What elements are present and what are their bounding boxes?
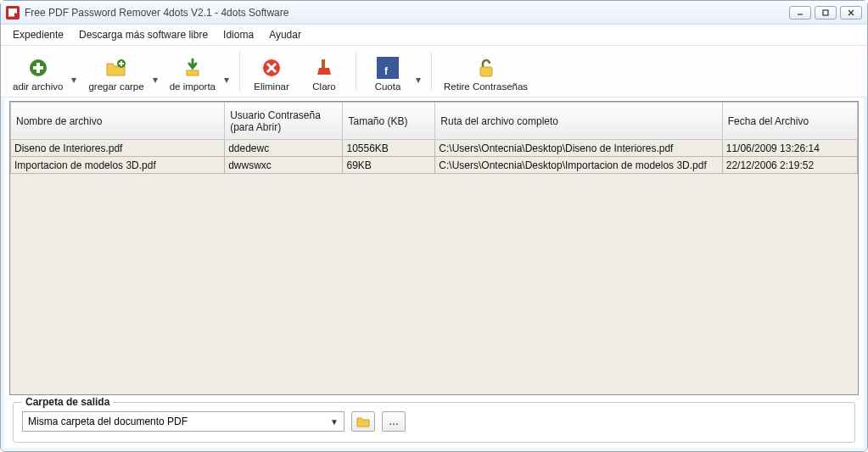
delete-button[interactable]: Eliminar bbox=[247, 47, 296, 95]
close-button[interactable] bbox=[840, 6, 862, 20]
output-folder-group: Carpeta de salida Misma carpeta del docu… bbox=[13, 402, 855, 443]
add-folder-button[interactable]: gregar carpe bbox=[83, 47, 148, 95]
quota-label: Cuota bbox=[375, 81, 401, 92]
menubar: Expediente Descarga más software libre I… bbox=[1, 25, 867, 45]
toolbar-separator bbox=[239, 52, 240, 91]
output-folder-value: Misma carpeta del documento PDF bbox=[28, 416, 188, 427]
file-table: Nombre de archivo Usuario Contraseña (pa… bbox=[10, 102, 858, 174]
cell-date: 11/06/2009 13:26:14 bbox=[722, 140, 857, 157]
output-folder-combo[interactable]: Misma carpeta del documento PDF ▼ bbox=[22, 411, 344, 432]
chevron-down-icon: ▼ bbox=[330, 417, 339, 427]
col-size[interactable]: Tamaño (KB) bbox=[343, 103, 435, 140]
import-dropdown[interactable]: ▾ bbox=[224, 57, 232, 86]
cell-filename: Diseno de Interiores.pdf bbox=[11, 140, 225, 157]
browse-button[interactable]: … bbox=[382, 411, 406, 432]
maximize-button[interactable] bbox=[815, 6, 837, 20]
cell-path: C:\Users\Ontecnia\Desktop\Importacion de… bbox=[435, 157, 722, 174]
col-path[interactable]: Ruta del archivo completo bbox=[435, 103, 722, 140]
menu-download[interactable]: Descarga más software libre bbox=[79, 29, 208, 41]
cell-date: 22/12/2006 2:19:52 bbox=[722, 157, 857, 174]
ellipsis-icon: … bbox=[389, 416, 399, 427]
quota-button[interactable]: f Cuota bbox=[363, 47, 412, 95]
app-window: Free PDF Password Remover 4dots V2.1 - 4… bbox=[0, 0, 868, 452]
cell-path: C:\Users\Ontecnia\Desktop\Diseno de Inte… bbox=[435, 140, 722, 157]
table-row[interactable]: Importacion de modelos 3D.pdf dwwswxc 69… bbox=[11, 157, 858, 174]
col-date[interactable]: Fecha del Archivo bbox=[722, 103, 857, 140]
open-folder-button[interactable] bbox=[351, 411, 375, 432]
facebook-icon: f bbox=[376, 56, 400, 80]
svg-rect-15 bbox=[377, 57, 399, 79]
svg-rect-14 bbox=[322, 59, 325, 68]
toolbar-separator bbox=[431, 52, 432, 91]
delete-label: Eliminar bbox=[254, 81, 289, 92]
clear-label: Claro bbox=[312, 81, 335, 92]
clear-button[interactable]: Claro bbox=[300, 47, 349, 95]
cell-size: 10556KB bbox=[343, 140, 435, 157]
menu-language[interactable]: Idioma bbox=[223, 29, 254, 41]
file-grid[interactable]: Nombre de archivo Usuario Contraseña (pa… bbox=[9, 101, 859, 395]
menu-help[interactable]: Ayudar bbox=[269, 29, 301, 41]
add-folder-icon bbox=[104, 56, 128, 80]
titlebar: Free PDF Password Remover 4dots V2.1 - 4… bbox=[1, 1, 867, 25]
menu-file[interactable]: Expediente bbox=[13, 29, 64, 41]
table-row[interactable]: Diseno de Interiores.pdf ddedewc 10556KB… bbox=[11, 140, 858, 157]
unlock-icon bbox=[474, 56, 498, 80]
add-file-label: adir archivo bbox=[13, 81, 63, 92]
svg-rect-6 bbox=[33, 66, 43, 70]
output-folder-legend: Carpeta de salida bbox=[22, 396, 113, 408]
minimize-button[interactable] bbox=[789, 6, 811, 20]
content-area: Nombre de archivo Usuario Contraseña (pa… bbox=[1, 98, 867, 395]
footer: Carpeta de salida Misma carpeta del docu… bbox=[1, 395, 867, 451]
delete-icon bbox=[260, 56, 283, 80]
cell-password: dwwswxc bbox=[225, 157, 343, 174]
add-file-button[interactable]: adir archivo bbox=[8, 47, 68, 95]
import-label: de importa bbox=[170, 81, 216, 92]
col-password[interactable]: Usuario Contraseña (para Abrir) bbox=[225, 103, 343, 140]
remove-passwords-button[interactable]: Retire Contraseñas bbox=[439, 47, 533, 95]
import-button[interactable]: de importa bbox=[165, 47, 221, 95]
svg-rect-1 bbox=[823, 10, 828, 15]
cell-password: ddedewc bbox=[225, 140, 343, 157]
cell-filename: Importacion de modelos 3D.pdf bbox=[11, 157, 225, 174]
svg-rect-17 bbox=[480, 67, 492, 76]
add-file-dropdown[interactable]: ▾ bbox=[71, 57, 80, 86]
add-folder-dropdown[interactable]: ▾ bbox=[153, 57, 161, 86]
app-icon bbox=[6, 6, 20, 20]
clear-icon bbox=[312, 56, 336, 80]
folder-icon bbox=[356, 416, 370, 427]
toolbar-separator bbox=[356, 52, 356, 91]
svg-rect-10 bbox=[187, 70, 199, 75]
cell-size: 69KB bbox=[343, 157, 435, 174]
toolbar: adir archivo ▾ gregar carpe ▾ de importa… bbox=[1, 45, 867, 98]
add-file-icon bbox=[26, 56, 50, 80]
col-filename[interactable]: Nombre de archivo bbox=[11, 103, 225, 140]
window-title: Free PDF Password Remover 4dots V2.1 - 4… bbox=[25, 7, 288, 19]
add-folder-label: gregar carpe bbox=[88, 81, 143, 92]
import-icon bbox=[181, 56, 204, 80]
remove-passwords-label: Retire Contraseñas bbox=[444, 81, 528, 92]
svg-rect-9 bbox=[119, 63, 124, 64]
quota-dropdown[interactable]: ▾ bbox=[416, 57, 424, 86]
